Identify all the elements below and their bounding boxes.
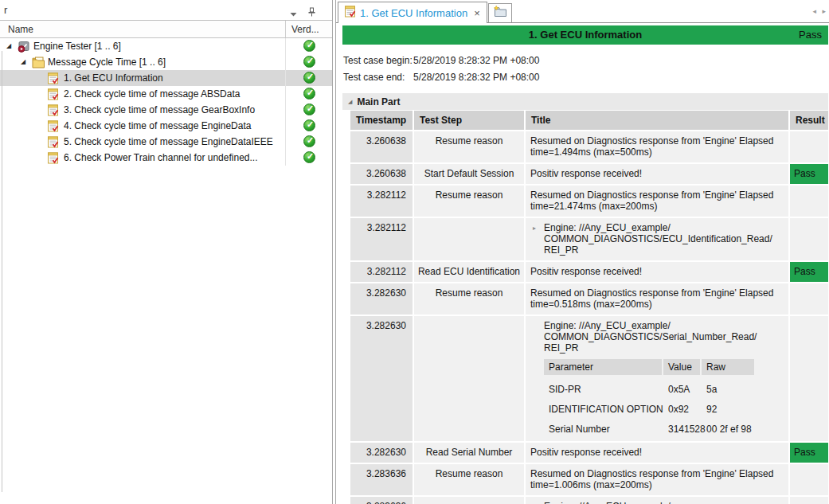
test-step-row-9: 3.283636Resume reasonResumed on Diagnost…: [350, 464, 828, 495]
cell-test-step: Resume reason: [414, 131, 524, 162]
test-step-row-7: 3.282630Engine: //Any_ECU_example/COMMON…: [350, 316, 828, 441]
tab-new-report[interactable]: [488, 3, 512, 22]
tab-scroll-right-icon[interactable]: ▸: [822, 7, 826, 15]
end-label: Test case end:: [343, 72, 413, 83]
test-tree-panel: r Name Verd... ◢Engine Tester [1 .. 6]◢M…: [0, 0, 333, 504]
cell-title: Resumed on Diagnostics response from 'En…: [526, 464, 788, 495]
new-folder-icon: [493, 6, 507, 21]
tree-item-1[interactable]: ◢Engine Tester [1 .. 6]: [0, 38, 332, 54]
column-header-name[interactable]: Name: [8, 24, 33, 35]
collapse-triangle-icon: ◢: [348, 99, 352, 105]
test-step-row-5: 3.282112Read ECU IdentificationPositiv r…: [350, 262, 828, 282]
cell-test-step: Resume reason: [414, 186, 524, 217]
tree-item-3[interactable]: 1. Get ECU Information: [0, 70, 332, 86]
tree-item-label: 5. Check cycle time of message EngineDat…: [63, 136, 273, 147]
test-steps-table: Timestamp Test Step Title Result 3.26063…: [350, 111, 828, 504]
cell-result: [790, 131, 828, 162]
tree-item-label: 1. Get ECU Information: [63, 72, 163, 84]
cell-test-step: [414, 218, 524, 260]
cell-title: Resumed on Diagnostics response from 'En…: [526, 131, 788, 162]
verdict-pass-icon: [303, 104, 315, 115]
test-step-row-8: 3.282630Read Serial NumberPositiv respon…: [350, 443, 828, 463]
verdict-pass-icon: [303, 135, 315, 147]
report-panel: 1. Get ECU Information × ◂ ▸ 1. Get ECU …: [335, 0, 829, 504]
cell-timestamp: 3.283636: [350, 464, 413, 495]
tree-item-label: Message Cycle Time [1 .. 6]: [47, 57, 166, 68]
cell-test-step: Resume reason: [414, 283, 524, 315]
pass-badge: Pass: [790, 262, 828, 282]
testcase-times: Test case begin:5/28/2019 8:28:32 PM +08…: [343, 55, 829, 83]
testcase-icon: [345, 6, 356, 21]
verdict-pass-icon: [303, 151, 315, 163]
cell-timestamp: 3.282112: [350, 186, 413, 217]
tree-item-6[interactable]: 4. Check cycle time of message EngineDat…: [0, 118, 332, 134]
tab-bar: 1. Get ECU Information × ◂ ▸: [336, 0, 829, 23]
pass-badge: Pass: [790, 164, 828, 184]
tab-close-icon[interactable]: ×: [474, 7, 480, 19]
cell-timestamp: 3.283636: [350, 497, 413, 504]
verdict-pass-icon: [303, 40, 315, 52]
cell-test-step: Resume reason: [414, 464, 524, 495]
pass-badge: Pass: [790, 443, 828, 463]
cell-result: [790, 464, 828, 495]
cell-result: [790, 186, 828, 217]
tree-item-label: Engine Tester [1 .. 6]: [33, 41, 121, 52]
panel-edge-line: [2, 51, 2, 492]
pin-icon[interactable]: [307, 6, 316, 20]
test-step-row-4: 3.282112▸Engine: //Any_ECU_example/COMMO…: [350, 218, 828, 260]
tab-scroll-left-icon[interactable]: ◂: [812, 7, 816, 15]
cell-timestamp: 3.282112: [350, 262, 413, 282]
test-step-row-2: 3.260638Start Default SessionPositiv res…: [350, 164, 828, 184]
cell-title: Engine: //Any_ECU_example/COMMON_DIAGNOS…: [526, 316, 788, 441]
cell-test-step: Start Default Session: [414, 164, 524, 184]
tree-item-label: 6. Check Power Train channel for undefin…: [63, 152, 257, 163]
tree-item-2[interactable]: ◢Message Cycle Time [1 .. 6]: [0, 54, 332, 70]
cell-test-step: [414, 316, 524, 441]
column-header-verdict[interactable]: Verd...: [291, 24, 319, 35]
section-title: Main Part: [357, 96, 400, 107]
test-tree: ◢Engine Tester [1 .. 6]◢Message Cycle Ti…: [0, 38, 332, 166]
cell-title: Positiv response received!: [526, 262, 788, 282]
main-part-section-header[interactable]: ◢ Main Part: [342, 93, 828, 110]
test-step-row-10: 3.283636Engine: //Any_ECU_example/COMMON…: [350, 497, 828, 504]
header-test-step: Test Step: [414, 111, 524, 130]
tree-item-label: 3. Check cycle time of message GearBoxIn…: [63, 104, 255, 115]
cell-title: ▸Engine: //Any_ECU_example/COMMON_DIAGNO…: [526, 218, 788, 260]
tree-item-5[interactable]: 3. Check cycle time of message GearBoxIn…: [0, 102, 332, 118]
report-header-bar: 1. Get ECU Information Pass: [342, 25, 828, 45]
tree-item-label: 2. Check cycle time of message ABSData: [63, 88, 240, 100]
cell-result: [790, 497, 828, 504]
panel-title: r: [4, 4, 7, 16]
cell-title: Positiv response received!: [526, 164, 788, 184]
cell-title: Resumed on Diagnostics response from 'En…: [526, 283, 788, 315]
diag-path: ▸Engine: //Any_ECU_example/COMMON_DIAGNO…: [530, 222, 784, 256]
testcase-icon: [48, 152, 63, 164]
steps-header-row: Timestamp Test Step Title Result: [350, 111, 828, 130]
tab-label: 1. Get ECU Information: [360, 7, 467, 19]
verdict-pass-icon: [303, 119, 315, 131]
tester-icon: [18, 40, 33, 53]
tree-item-4[interactable]: 2. Check cycle time of message ABSData: [0, 86, 332, 102]
expand-row-icon[interactable]: ▸: [533, 223, 536, 234]
tree-expand-icon[interactable]: ◢: [6, 38, 18, 54]
panel-dropdown-icon[interactable]: [290, 6, 297, 20]
report-verdict: Pass: [799, 25, 822, 45]
diag-path: Engine: //Any_ECU_example/COMMON_DIAGNOS…: [530, 320, 784, 354]
test-step-row-3: 3.282112Resume reasonResumed on Diagnost…: [350, 186, 828, 217]
cell-title: Positiv response received!: [526, 443, 788, 463]
report-title: 1. Get ECU Information: [342, 25, 828, 45]
testcase-icon: [48, 120, 63, 132]
cell-result: [790, 316, 828, 441]
tree-expand-icon[interactable]: ◢: [21, 54, 32, 70]
tree-item-7[interactable]: 5. Check cycle time of message EngineDat…: [0, 134, 332, 150]
cell-timestamp: 3.282630: [350, 316, 413, 441]
end-value: 5/28/2019 8:28:32 PM +08:00: [413, 72, 539, 83]
panel-titlebar: r: [0, 0, 332, 21]
begin-value: 5/28/2019 8:28:32 PM +08:00: [413, 55, 539, 66]
test-step-row-6: 3.282630Resume reasonResumed on Diagnost…: [350, 283, 828, 315]
parameter-row: Serial Number314152800 2f ef 98: [544, 415, 784, 435]
tree-item-8[interactable]: 6. Check Power Train channel for undefin…: [0, 150, 332, 166]
cell-timestamp: 3.282112: [350, 218, 413, 260]
tab-get-ecu-information[interactable]: 1. Get ECU Information ×: [338, 2, 487, 23]
cell-timestamp: 3.260638: [350, 164, 413, 184]
